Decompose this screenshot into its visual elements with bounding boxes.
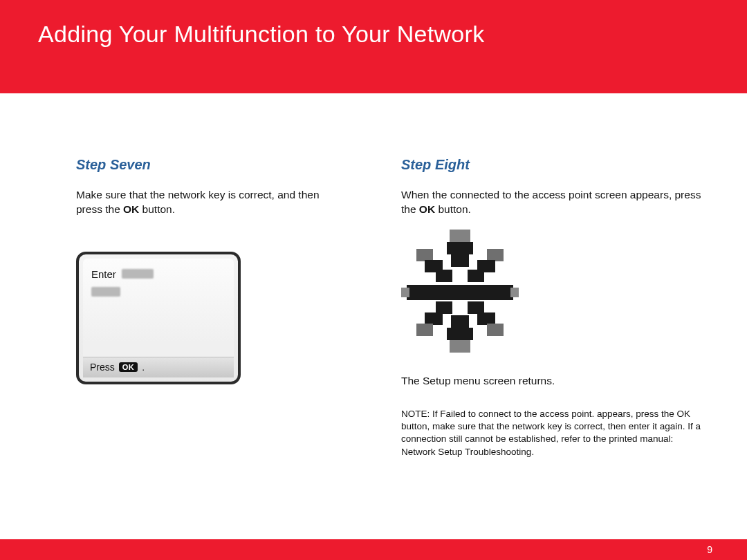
svg-rect-12 (436, 301, 452, 314)
return-pre: The (401, 375, 423, 386)
note-text-a: If (430, 409, 440, 419)
step-seven-text-post: button. (139, 203, 175, 215)
step-eight-text-post: button. (435, 203, 471, 215)
svg-rect-15 (468, 301, 484, 314)
footer-band: 9 (0, 539, 747, 560)
svg-rect-5 (436, 270, 452, 282)
blurred-text-chip-2 (91, 287, 120, 297)
page-number: 9 (707, 544, 712, 555)
step-seven-text-pre: Make sure that the network key is correc… (76, 189, 320, 215)
step-seven-column: Step Seven Make sure that the network ke… (76, 157, 339, 458)
step-eight-body: When the connected to the access point s… (401, 188, 709, 217)
screen-enter-row: Enter (91, 268, 225, 280)
screen-press-label: Press (90, 362, 115, 373)
svg-rect-20 (450, 340, 470, 353)
asterisk-pixel-icon (401, 230, 519, 361)
svg-rect-19 (447, 328, 473, 340)
setup-menu-return-line: The Setup menu screen returns. (401, 375, 709, 387)
svg-rect-8 (468, 270, 484, 282)
step-seven-ok-bold: OK (123, 203, 139, 215)
svg-rect-13 (425, 312, 443, 325)
note-text-d: . (531, 447, 534, 457)
svg-rect-11 (510, 288, 519, 297)
svg-rect-16 (477, 312, 495, 325)
step-eight-heading: Step Eight (401, 157, 709, 173)
printer-screen-inner: Enter Press OK . (83, 259, 234, 377)
svg-rect-3 (416, 249, 433, 261)
ok-badge-icon: OK (119, 362, 138, 372)
note-block: NOTE: If Failed to connect to the access… (401, 408, 709, 458)
screen-enter-label: Enter (91, 268, 116, 280)
svg-rect-18 (451, 315, 469, 328)
svg-rect-10 (401, 288, 409, 297)
note-troubleshooting-bold: Network Setup Troubleshooting (401, 447, 531, 457)
step-seven-heading: Step Seven (76, 157, 339, 173)
note-text-b: . appears, press the (591, 409, 676, 419)
svg-rect-9 (407, 285, 513, 300)
note-label: NOTE: (401, 409, 430, 419)
svg-rect-14 (416, 324, 433, 336)
svg-rect-0 (450, 230, 470, 242)
step-seven-body: Make sure that the network key is correc… (76, 188, 339, 217)
screen-press-dot: . (142, 362, 145, 373)
header-band: Adding Your Multifunction to Your Networ… (0, 0, 747, 93)
step-eight-column: Step Eight When the connected to the acc… (401, 157, 709, 458)
svg-rect-6 (487, 249, 504, 261)
note-ok-bold: OK (677, 409, 691, 419)
svg-rect-17 (487, 324, 504, 336)
blurred-text-chip (122, 269, 154, 279)
note-text-c: button, make sure that the network key i… (401, 421, 701, 444)
page-title: Adding Your Multifunction to Your Networ… (38, 21, 484, 48)
printer-screen-illustration: Enter Press OK . (76, 252, 241, 384)
return-post: screen returns. (481, 375, 555, 386)
note-fail-bold: Failed to connect to the access point (440, 409, 591, 419)
screen-press-row: Press OK . (83, 357, 234, 377)
step-eight-ok-bold: OK (419, 203, 435, 215)
svg-rect-1 (447, 242, 473, 254)
return-bold: Setup menu (423, 375, 481, 386)
svg-rect-2 (451, 254, 469, 267)
content-area: Step Seven Make sure that the network ke… (0, 93, 747, 458)
